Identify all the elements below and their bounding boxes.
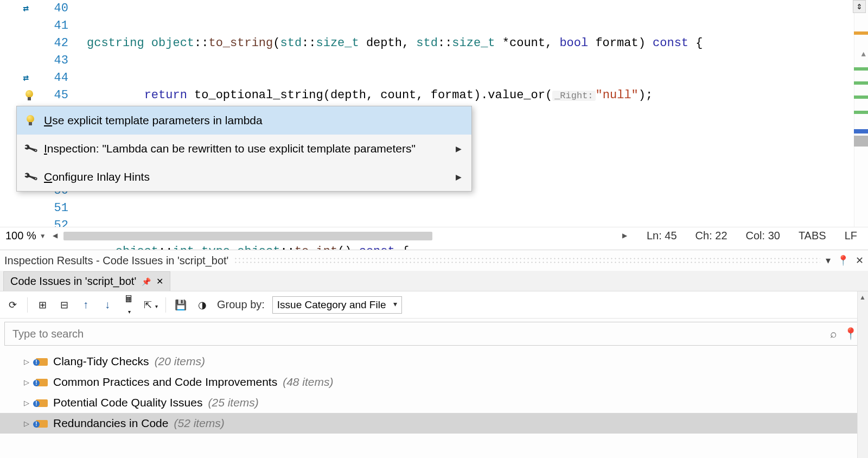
collapse-all-icon[interactable]: ⊟ — [57, 299, 71, 311]
grip-area[interactable] — [234, 257, 820, 264]
scroll-left-icon[interactable]: ◀ — [53, 232, 58, 239]
split-editor-icon[interactable]: ⇕ — [853, 0, 866, 13]
inlay-hint: _Right: — [552, 91, 595, 101]
panel-title: Inspection Results - Code Issues in 'scr… — [4, 255, 228, 267]
sync-changes-icon[interactable]: ⇄ — [20, 72, 33, 85]
wrench-icon: 🔧 — [21, 138, 39, 159]
panel-title-bar[interactable]: Inspection Results - Code Issues in 'scr… — [0, 250, 868, 271]
popup-item-inspection[interactable]: 🔧 Inspection: "Lambda can be rewritten t… — [17, 135, 471, 163]
code-line[interactable]: return to_optional_string(depth, count, … — [87, 87, 846, 104]
tree-count: (25 items) — [208, 396, 258, 409]
info-marker[interactable] — [854, 111, 868, 114]
close-icon[interactable]: ✕ — [156, 276, 163, 287]
wrench-icon: 🔧 — [21, 167, 39, 187]
panel-vertical-scrollbar[interactable]: ▲ — [857, 291, 868, 458]
tree-count: (52 items) — [174, 417, 224, 430]
submenu-arrow-icon: ▶ — [456, 140, 462, 157]
panel-toolbar: ⟳ ⊞ ⊟ ↑ ↓ 🖩 ▾ ⇱ ▾ 💾 ◑ Group by: Issue Ca… — [0, 291, 868, 319]
status-char: Ch: 22 — [695, 230, 727, 242]
panel-search-box[interactable]: ⌕ 📍 — [4, 322, 864, 346]
scroll-right-icon[interactable]: ▶ — [622, 232, 627, 239]
quick-actions-popup: Use explicit template parameters in lamb… — [16, 106, 472, 192]
popup-item-use-explicit-template[interactable]: Use explicit template parameters in lamb… — [17, 106, 471, 135]
panel-pin-icon[interactable]: 📍 — [837, 255, 849, 266]
filter-icon[interactable]: ◑ — [195, 299, 209, 311]
tree-label: Redundancies in Code — [53, 417, 168, 430]
chevron-down-icon: ▼ — [40, 232, 46, 240]
tree-category-clang-tidy[interactable]: ▷ Clang-Tidy Checks (20 items) — [0, 351, 868, 372]
marker-bar[interactable]: ▲ — [854, 0, 868, 228]
zoom-value: 100 % — [5, 230, 36, 242]
lightbulb-icon — [24, 115, 36, 126]
search-input[interactable] — [5, 322, 825, 345]
save-icon[interactable]: 💾 — [174, 299, 188, 311]
tree-category-potential-issues[interactable]: ▷ Potential Code Quality Issues (25 item… — [0, 392, 868, 413]
scroll-up-icon[interactable]: ▲ — [861, 46, 866, 63]
folder-info-icon — [36, 398, 48, 408]
expand-icon[interactable]: ▷ — [23, 419, 30, 428]
tree-label: Potential Code Quality Issues — [53, 396, 202, 409]
export-icon[interactable]: ⇱ ▾ — [144, 299, 158, 311]
line-number: 51 — [42, 200, 75, 217]
editor-status-bar: 100 % ▼ ◀ ▶ Ln: 45 Ch: 22 Col: 30 TABS L… — [0, 227, 868, 244]
tree-category-redundancies[interactable]: ▷ Redundancies in Code (52 items) — [0, 413, 868, 434]
panel-dropdown-icon[interactable]: ▾ — [826, 255, 831, 266]
info-marker[interactable] — [854, 96, 868, 99]
line-number: 44 — [42, 69, 75, 87]
line-number: 40 — [42, 0, 75, 17]
line-number: 43 — [42, 52, 75, 69]
panel-tab-code-issues[interactable]: Code Issues in 'script_bot' 📌 ✕ — [3, 271, 170, 291]
expand-icon[interactable]: ▷ — [23, 358, 30, 366]
folder-info-icon — [36, 377, 48, 387]
code-line[interactable] — [87, 191, 846, 208]
next-icon[interactable]: ↓ — [100, 298, 114, 311]
settings-icon[interactable]: 🖩 ▾ — [122, 294, 136, 316]
line-number: 45 — [42, 87, 75, 104]
folder-info-icon — [36, 418, 48, 428]
info-marker[interactable] — [854, 81, 868, 85]
status-column: Col: 30 — [746, 230, 780, 242]
expand-icon[interactable]: ▷ — [23, 378, 30, 386]
status-line: Ln: 45 — [647, 230, 677, 242]
zoom-dropdown[interactable]: 100 % ▼ — [0, 230, 49, 242]
search-icon[interactable]: ⌕ — [830, 327, 837, 340]
pin-search-icon[interactable]: 📍 — [844, 327, 858, 340]
code-line[interactable]: gcstring object::to_string(std::size_t d… — [87, 35, 846, 52]
line-number: 42 — [42, 35, 75, 52]
lightbulb-icon[interactable] — [23, 89, 36, 102]
status-eol[interactable]: LF — [845, 230, 857, 242]
refresh-icon[interactable]: ⟳ — [5, 299, 20, 311]
tree-count: (48 items) — [283, 376, 333, 389]
panel-tab-label: Code Issues in 'script_bot' — [10, 275, 136, 288]
code-editor[interactable]: ⇄ ⇄ ⇆ 40 41 42 43 44 45 50 51 52 gcstrin… — [0, 0, 868, 228]
pin-icon[interactable]: 📌 — [142, 277, 151, 286]
inspection-results-panel: Inspection Results - Code Issues in 'scr… — [0, 250, 868, 458]
warning-marker[interactable] — [854, 31, 868, 35]
folder-info-icon — [36, 357, 48, 366]
previous-icon[interactable]: ↑ — [79, 298, 93, 311]
tree-count: (20 items) — [155, 355, 205, 368]
panel-close-icon[interactable]: ✕ — [856, 255, 864, 266]
info-marker[interactable] — [854, 67, 868, 71]
groupby-value: Issue Category and File — [277, 299, 386, 310]
expand-icon[interactable]: ▷ — [23, 399, 30, 407]
tree-label: Common Practices and Code Improvements — [53, 376, 277, 389]
tree-label: Clang-Tidy Checks — [53, 355, 149, 368]
viewport-marker[interactable] — [854, 136, 868, 147]
horizontal-scrollbar[interactable]: ◀ ▶ — [53, 231, 627, 241]
line-number: 41 — [42, 17, 75, 35]
scrollbar-thumb[interactable] — [63, 232, 432, 240]
groupby-label: Group by: — [217, 298, 265, 311]
groupby-select[interactable]: Issue Category and File — [272, 296, 402, 314]
expand-all-icon[interactable]: ⊞ — [35, 299, 49, 311]
cursor-marker[interactable] — [854, 129, 868, 133]
panel-tab-strip: Code Issues in 'script_bot' 📌 ✕ — [0, 271, 868, 291]
submenu-arrow-icon: ▶ — [456, 168, 462, 186]
tree-category-common-practices[interactable]: ▷ Common Practices and Code Improvements… — [0, 372, 868, 392]
scroll-up-icon[interactable]: ▲ — [859, 294, 866, 301]
status-tabs[interactable]: TABS — [799, 230, 826, 242]
sync-changes-icon[interactable]: ⇄ — [20, 2, 33, 15]
popup-item-configure-hints[interactable]: 🔧 Configure Inlay Hints ▶ — [17, 163, 471, 191]
issues-tree[interactable]: ▷ Clang-Tidy Checks (20 items) ▷ Common … — [0, 349, 868, 436]
